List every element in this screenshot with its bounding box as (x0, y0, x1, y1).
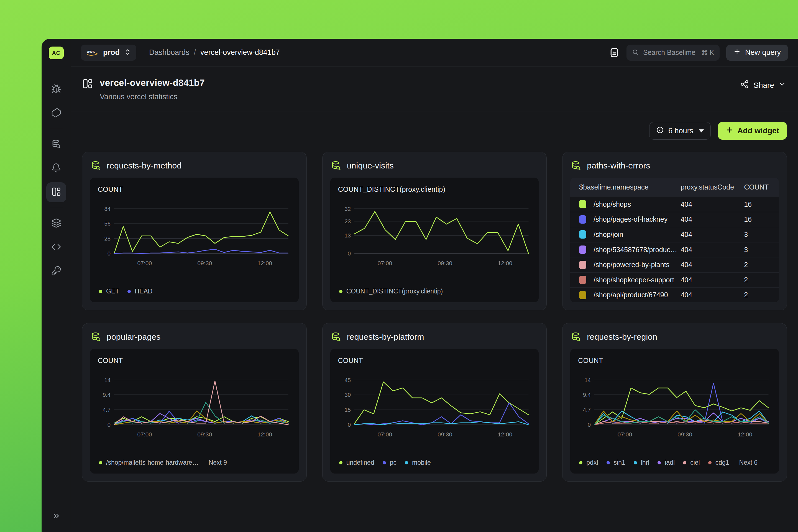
svg-text:12:00: 12:00 (258, 260, 272, 266)
namespace-cell: /shop/shopkeeper-support (593, 276, 677, 284)
widget-grid: requests-by-methodCOUNT845628007:0009:30… (82, 152, 787, 481)
column-header-status[interactable]: proxy.statusCode (681, 183, 744, 191)
changelog-icon[interactable] (609, 46, 620, 59)
row-color-swatch (579, 200, 586, 208)
legend-item[interactable]: cdg1 (708, 459, 729, 466)
widget-header: unique-visits (331, 160, 538, 171)
legend-item[interactable]: mobile (405, 459, 431, 466)
environment-name: prod (103, 48, 120, 57)
chart-legend: undefinedpcmobile (338, 457, 531, 469)
column-header-count[interactable]: COUNT (744, 183, 779, 191)
widget-card[interactable]: paths-with-errors$baselime.namespaceprox… (562, 152, 787, 310)
column-header-namespace[interactable]: $baselime.namespace (570, 183, 681, 191)
widget-card[interactable]: requests-by-platformCOUNT453015007:0009:… (322, 323, 547, 481)
new-query-button[interactable]: New query (726, 44, 788, 61)
svg-text:0: 0 (347, 422, 350, 428)
chart-panel: COUNT149.44.7007:0009:3012:00pdxlsin1lhr… (570, 349, 779, 474)
table-row[interactable]: /shop/api/product/674904042 (570, 287, 779, 302)
legend-dot-icon (405, 461, 408, 464)
share-button[interactable]: Share (740, 80, 786, 91)
svg-text:0: 0 (108, 422, 111, 428)
count-cell: 2 (744, 291, 779, 299)
svg-text:56: 56 (104, 221, 110, 227)
svg-text:12:00: 12:00 (738, 431, 752, 438)
query-database-icon (331, 332, 341, 342)
row-color-swatch (579, 246, 586, 254)
table-row[interactable]: /shop/join4043 (570, 227, 779, 242)
search-bar[interactable]: ⌘ K (626, 44, 720, 61)
legend-dot-icon (339, 290, 342, 293)
sidebar-item-alerts[interactable] (46, 156, 66, 180)
sidebar-item-queries[interactable] (46, 133, 66, 156)
table-row[interactable]: /shop/534587678/product…4043 (570, 242, 779, 257)
share-label: Share (754, 81, 774, 90)
table-row[interactable]: /shop/shopkeeper-support4042 (570, 272, 779, 287)
chart-panel: COUNT_DISTINCT(proxy.clientip)322313007:… (330, 177, 539, 302)
legend-dot-icon (128, 290, 131, 293)
legend-item[interactable]: sin1 (607, 459, 625, 466)
topbar: aws prod Dashboards / vercel-overview-d8… (71, 39, 798, 66)
sidebar-item-keys[interactable] (46, 259, 66, 283)
namespace-cell: /shop/api/product/67490 (593, 291, 671, 299)
legend-dot-icon (579, 461, 583, 464)
sidebar-item-services[interactable] (46, 101, 66, 125)
dashboard-title-icon (82, 78, 93, 90)
sidebar-item-errors[interactable] (46, 78, 66, 101)
avatar[interactable]: AC (49, 46, 64, 59)
svg-text:32: 32 (344, 206, 350, 212)
row-color-swatch (579, 291, 586, 299)
count-cell: 16 (744, 200, 779, 208)
bug-icon (51, 84, 61, 95)
legend-item[interactable]: GET (99, 288, 119, 295)
search-input[interactable] (643, 49, 697, 57)
legend-dot-icon (634, 461, 637, 464)
sidebar-item-dashboards[interactable] (46, 182, 66, 202)
widget-card[interactable]: requests-by-regionCOUNT149.44.7007:0009:… (562, 323, 787, 481)
chevron-down-icon (779, 81, 786, 90)
sidebar-item-code[interactable] (46, 235, 66, 259)
namespace-cell: /shop/pages-of-hackney (593, 215, 671, 223)
legend-item[interactable]: HEAD (128, 288, 152, 295)
sidebar-expand-button[interactable] (46, 508, 66, 525)
widget-card[interactable]: popular-pagesCOUNT149.44.7007:0009:3012:… (82, 323, 307, 481)
metric-label: COUNT (98, 185, 291, 193)
widget-card[interactable]: requests-by-methodCOUNT845628007:0009:30… (82, 152, 307, 310)
add-widget-button[interactable]: Add widget (718, 122, 787, 140)
widget-title: paths-with-errors (587, 161, 650, 170)
legend-item[interactable]: pc (383, 459, 397, 466)
legend-item[interactable]: lhrl (634, 459, 649, 466)
environment-selector[interactable]: aws prod (81, 44, 136, 61)
legend-item[interactable]: pdxl (579, 459, 598, 466)
time-range-label: 6 hours (668, 127, 693, 135)
chart-panel: COUNT453015007:0009:3012:00undefinedpcmo… (330, 349, 539, 474)
svg-text:12:00: 12:00 (498, 260, 512, 266)
table-row[interactable]: /shop/powered-by-plants4042 (570, 257, 779, 272)
table-row[interactable]: /shop/pages-of-hackney40416 (570, 212, 779, 227)
legend-item[interactable]: ciel (683, 459, 700, 466)
svg-text:15: 15 (344, 407, 350, 413)
legend-item[interactable]: /shop/malletts-home-hardware… (99, 459, 199, 466)
table-row[interactable]: /shop/shops40416 (570, 196, 779, 212)
legend-item[interactable]: iadl (658, 459, 675, 466)
row-color-swatch (579, 261, 586, 269)
legend-overflow[interactable]: Next 9 (209, 459, 227, 466)
breadcrumb-separator: / (194, 48, 196, 57)
svg-text:07:00: 07:00 (137, 431, 152, 438)
clock-icon (656, 126, 664, 136)
legend-item[interactable]: undefined (339, 459, 374, 466)
legend-item[interactable]: COUNT_DISTINCT(proxy.clientip) (339, 288, 443, 295)
query-database-icon (571, 160, 581, 171)
legend-dot-icon (383, 461, 386, 464)
widget-card[interactable]: unique-visitsCOUNT_DISTINCT(proxy.client… (322, 152, 547, 310)
page-title: vercel-overview-d841b7 (100, 78, 205, 88)
line-chart: 149.44.7007:0009:3012:00 (578, 377, 771, 441)
legend-overflow[interactable]: Next 6 (739, 459, 758, 466)
svg-text:9.4: 9.4 (583, 392, 591, 398)
sidebar-item-layers[interactable] (46, 212, 66, 235)
time-range-selector[interactable]: 6 hours (649, 122, 711, 140)
breadcrumb-section[interactable]: Dashboards (149, 48, 190, 57)
add-widget-label: Add widget (737, 126, 779, 135)
metric-label: COUNT (98, 357, 291, 365)
svg-text:07:00: 07:00 (377, 260, 392, 266)
metric-label: COUNT (338, 357, 531, 365)
